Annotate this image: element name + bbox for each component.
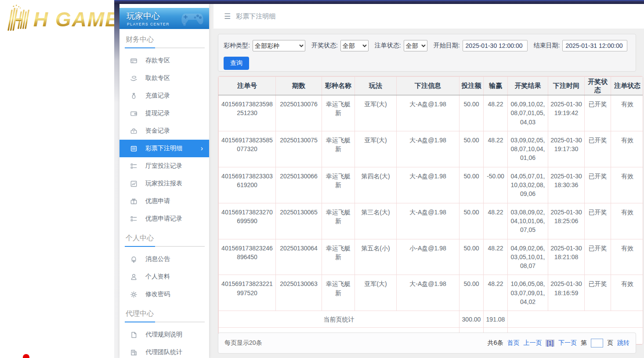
sidebar-item-label: 消息公告 [145, 255, 170, 263]
sidebar-item-withdrawal-records[interactable]: 提现记录 [119, 105, 209, 122]
cell-order-id: 401569173823585077320 [219, 131, 276, 167]
current-page-badge[interactable]: [1] [546, 340, 554, 347]
players-center-app: 玩家中心 PLAYERS CENTER 财务中心存款专区取款专区充值记录提现记录… [114, 0, 644, 358]
col-header-bet-amount: 投注额 [459, 77, 484, 95]
cell-draw-status: 已开奖 [585, 95, 611, 131]
sidebar-item-agent-team-stats[interactable]: 代理团队统计 [119, 344, 209, 358]
sidebar-item-agent-rules[interactable]: 代理规则说明 [119, 326, 209, 344]
cell-bet-time: 2025-01-30 18:30:36 [548, 167, 585, 203]
summary-label: 当前页统计 [219, 311, 459, 328]
bets-table: 注单号期数彩种名称玩法下注信息投注额输赢开奖结果下注时间开奖状态注单状态 401… [218, 76, 643, 344]
sidebar-item-hall-bet-records[interactable]: 厅室投注记录 [119, 157, 209, 175]
draw-status-select[interactable]: 全部 [340, 40, 369, 51]
sidebar-item-lottery-bet-details[interactable]: 彩票下注明细› [119, 140, 209, 157]
cell-period: 20250130076 [276, 95, 322, 131]
sidebar-item-recharge-records[interactable]: 充值记录 [119, 87, 209, 105]
lottery-type-select[interactable]: 全部彩种 [253, 40, 305, 51]
cell-play: 亚军(大) [355, 131, 397, 167]
hgame-logo: H GAME [3, 4, 114, 33]
col-header-period: 期数 [276, 77, 322, 95]
cell-draw-status: 已开奖 [585, 131, 611, 167]
promo-icon [130, 198, 137, 205]
report-icon [130, 180, 137, 188]
cell-bet-info: 小-A盘@1.98 [397, 239, 459, 275]
bet-detail-icon [130, 145, 137, 152]
top-dark-bar [114, 0, 644, 4]
sidebar-menu: 财务中心存款专区取款专区充值记录提现记录资金记录彩票下注明细›厅室投注记录玩家投… [119, 29, 209, 358]
start-date-input[interactable] [463, 40, 528, 51]
cell-period: 20250130075 [276, 131, 322, 167]
cell-draw-status: 已开奖 [585, 275, 611, 311]
prev-page-link[interactable]: 上一页 [523, 339, 542, 347]
service-icon-partial[interactable] [23, 354, 29, 358]
page-jump-input[interactable] [591, 339, 603, 347]
cell-bet-time: 2025-01-30 18:25:06 [548, 203, 585, 239]
cell-order-status: 有效 [611, 95, 644, 131]
gamepad-icon [180, 10, 206, 27]
sidebar-item-promo-apply-records[interactable]: 优惠申请记录 [119, 210, 209, 228]
cell-period: 20250130066 [276, 167, 322, 203]
cell-bet-info: 大-A盘@1.98 [397, 203, 459, 239]
promo-record-icon [130, 215, 137, 223]
sidebar-item-funds-records[interactable]: 资金记录 [119, 122, 209, 140]
money-bag-icon [130, 92, 137, 100]
cell-order-id: 401569173823598251230 [219, 95, 276, 131]
sidebar-item-label: 存款专区 [145, 57, 170, 65]
jump-button[interactable]: 跳转 [617, 339, 630, 347]
sidebar-item-label: 提现记录 [145, 109, 170, 117]
cell-draw-result: 06,09,10,02,08,07,01,05,04,03 [508, 95, 548, 131]
cell-play: 第五名(小) [355, 239, 397, 275]
cell-bet-amount: 50.00 [459, 275, 484, 311]
sidebar-item-player-bet-report[interactable]: 玩家投注报表 [119, 175, 209, 192]
sidebar-item-label: 取款专区 [145, 74, 170, 82]
order-status-select[interactable]: 全部 [404, 40, 427, 51]
cell-play: 第四名(大) [355, 167, 397, 203]
logo-text: H GAME [33, 8, 114, 31]
bets-table-card: 注单号期数彩种名称玩法下注信息投注额输赢开奖结果下注时间开奖状态注单状态 401… [218, 76, 643, 345]
sidebar-item-deposit-zone[interactable]: 存款专区 [119, 52, 209, 69]
cell-bet-amount: 50.00 [459, 131, 484, 167]
sidebar-item-change-password[interactable]: 修改密码 [119, 286, 209, 303]
sidebar-item-label: 修改密码 [145, 290, 170, 298]
sidebar-item-label: 代理团队统计 [145, 348, 182, 356]
cell-bet-info: 大-A盘@1.98 [397, 275, 459, 311]
cell-winloss: 48.22 [484, 95, 508, 131]
sidebar-item-label: 充值记录 [145, 92, 170, 100]
pager: 共6条 首页 上一页 [1] 下一页 第 页 跳转 [488, 339, 630, 347]
menu-icon[interactable]: ☰ [224, 12, 231, 21]
first-page-link[interactable]: 首页 [507, 339, 519, 347]
next-page-link[interactable]: 下一页 [558, 339, 577, 347]
cell-bet-info: 大-A盘@1.98 [397, 131, 459, 167]
cell-bet-amount: 50.00 [459, 239, 484, 275]
sidebar-item-label: 彩票下注明细 [145, 145, 182, 152]
cell-draw-result: 03,09,02,05,08,07,10,04,01,06 [508, 131, 548, 167]
cell-lottery-name: 幸运飞艇新 [322, 239, 355, 275]
sidebar-item-label: 资金记录 [145, 127, 170, 135]
col-header-lottery-name: 彩种名称 [322, 77, 355, 95]
col-header-order-id: 注单号 [219, 77, 276, 95]
end-date-input[interactable] [562, 40, 627, 51]
total-count: 共6条 [488, 339, 503, 347]
start-date-label: 开始日期: [434, 42, 460, 50]
search-button[interactable]: 查询 [224, 57, 249, 70]
summary-empty [508, 311, 644, 328]
bank-card-icon [130, 57, 137, 65]
sidebar-item-label: 厅室投注记录 [145, 162, 182, 170]
cell-draw-result: 10,06,05,08,03,07,09,01,04,02 [508, 275, 548, 311]
cell-bet-info: 大-A盘@1.98 [397, 95, 459, 131]
sidebar-item-announcements[interactable]: 消息公告 [119, 250, 209, 268]
pagination-bar: 每页显示20条 共6条 首页 上一页 [1] 下一页 第 页 跳转 [218, 333, 636, 354]
sidebar-item-withdraw-zone[interactable]: 取款专区 [119, 69, 209, 87]
cell-lottery-name: 幸运飞艇新 [322, 275, 355, 311]
sidebar-item-promo-apply[interactable]: 优惠申请 [119, 192, 209, 210]
cell-bet-amount: 50.00 [459, 203, 484, 239]
person-icon [130, 273, 137, 281]
cell-draw-result: 04,09,02,06,03,05,10,01,08,07 [508, 239, 548, 275]
lottery-type-label: 彩种类型: [224, 42, 250, 50]
cell-order-status: 有效 [611, 131, 644, 167]
sidebar-item-profile[interactable]: 个人资料 [119, 268, 209, 286]
sidebar-item-label: 优惠申请 [145, 197, 170, 205]
cell-winloss: 48.22 [484, 275, 508, 311]
cell-period: 20250130065 [276, 203, 322, 239]
cell-period: 20250130064 [276, 239, 322, 275]
